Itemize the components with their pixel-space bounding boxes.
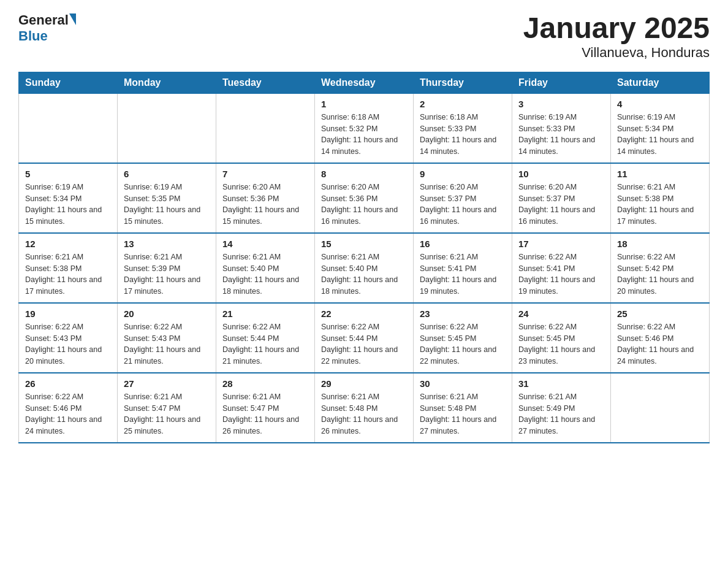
calendar-header: SundayMondayTuesdayWednesdayThursdayFrid… — [19, 72, 710, 93]
day-info: Sunrise: 6:21 AMSunset: 5:38 PMDaylight:… — [617, 182, 703, 228]
page-header: General Blue January 2025 Villanueva, Ho… — [18, 12, 710, 61]
calendar-cell: 28Sunrise: 6:21 AMSunset: 5:47 PMDayligh… — [216, 373, 315, 443]
day-info: Sunrise: 6:22 AMSunset: 5:41 PMDaylight:… — [518, 251, 604, 297]
day-info: Sunrise: 6:21 AMSunset: 5:40 PMDaylight:… — [222, 251, 308, 297]
day-info: Sunrise: 6:19 AMSunset: 5:33 PMDaylight:… — [518, 112, 604, 158]
calendar-week-row: 12Sunrise: 6:21 AMSunset: 5:38 PMDayligh… — [19, 233, 710, 303]
calendar-subtitle: Villanueva, Honduras — [523, 45, 710, 61]
day-info: Sunrise: 6:19 AMSunset: 5:34 PMDaylight:… — [617, 112, 703, 158]
calendar-cell: 27Sunrise: 6:21 AMSunset: 5:47 PMDayligh… — [118, 373, 216, 443]
day-number: 30 — [420, 378, 506, 389]
day-info: Sunrise: 6:22 AMSunset: 5:45 PMDaylight:… — [420, 321, 506, 367]
day-info: Sunrise: 6:22 AMSunset: 5:45 PMDaylight:… — [518, 321, 604, 367]
calendar-cell: 30Sunrise: 6:21 AMSunset: 5:48 PMDayligh… — [414, 373, 512, 443]
day-info: Sunrise: 6:22 AMSunset: 5:46 PMDaylight:… — [617, 321, 703, 367]
day-number: 24 — [518, 308, 604, 319]
calendar-cell: 20Sunrise: 6:22 AMSunset: 5:43 PMDayligh… — [118, 303, 216, 373]
calendar-cell: 13Sunrise: 6:21 AMSunset: 5:39 PMDayligh… — [118, 233, 216, 303]
day-of-week-header: Tuesday — [216, 72, 315, 93]
calendar-cell: 12Sunrise: 6:21 AMSunset: 5:38 PMDayligh… — [19, 233, 118, 303]
calendar-cell: 2Sunrise: 6:18 AMSunset: 5:33 PMDaylight… — [414, 93, 512, 163]
day-info: Sunrise: 6:18 AMSunset: 5:33 PMDaylight:… — [420, 112, 506, 158]
calendar-cell: 22Sunrise: 6:22 AMSunset: 5:44 PMDayligh… — [315, 303, 414, 373]
day-number: 4 — [617, 99, 703, 109]
calendar-cell: 29Sunrise: 6:21 AMSunset: 5:48 PMDayligh… — [315, 373, 414, 443]
day-number: 28 — [222, 378, 308, 389]
day-number: 8 — [321, 169, 407, 179]
calendar-cell: 5Sunrise: 6:19 AMSunset: 5:34 PMDaylight… — [19, 163, 118, 233]
day-number: 15 — [321, 239, 407, 249]
day-info: Sunrise: 6:21 AMSunset: 5:47 PMDaylight:… — [222, 391, 308, 437]
calendar-cell — [118, 93, 216, 163]
calendar-cell: 26Sunrise: 6:22 AMSunset: 5:46 PMDayligh… — [19, 373, 118, 443]
day-number: 31 — [518, 378, 604, 389]
calendar-cell: 4Sunrise: 6:19 AMSunset: 5:34 PMDaylight… — [611, 93, 710, 163]
day-info: Sunrise: 6:21 AMSunset: 5:41 PMDaylight:… — [420, 251, 506, 297]
day-number: 17 — [518, 239, 604, 249]
calendar-cell — [611, 373, 710, 443]
day-number: 16 — [420, 239, 506, 249]
day-number: 20 — [124, 308, 210, 319]
calendar-cell: 19Sunrise: 6:22 AMSunset: 5:43 PMDayligh… — [19, 303, 118, 373]
day-number: 26 — [25, 378, 111, 389]
day-number: 2 — [420, 99, 506, 109]
day-number: 1 — [321, 99, 407, 109]
calendar-week-row: 19Sunrise: 6:22 AMSunset: 5:43 PMDayligh… — [19, 303, 710, 373]
day-info: Sunrise: 6:21 AMSunset: 5:47 PMDaylight:… — [124, 391, 210, 437]
calendar-cell — [19, 93, 118, 163]
day-number: 11 — [617, 169, 703, 179]
calendar-cell: 14Sunrise: 6:21 AMSunset: 5:40 PMDayligh… — [216, 233, 315, 303]
logo: General Blue — [18, 12, 76, 44]
calendar-cell: 7Sunrise: 6:20 AMSunset: 5:36 PMDaylight… — [216, 163, 315, 233]
title-block: January 2025 Villanueva, Honduras — [523, 12, 710, 61]
day-info: Sunrise: 6:19 AMSunset: 5:34 PMDaylight:… — [25, 182, 111, 228]
day-number: 14 — [222, 239, 308, 249]
day-info: Sunrise: 6:18 AMSunset: 5:32 PMDaylight:… — [321, 112, 407, 158]
day-of-week-header: Saturday — [611, 72, 710, 93]
day-number: 19 — [25, 308, 111, 319]
day-info: Sunrise: 6:22 AMSunset: 5:43 PMDaylight:… — [25, 321, 111, 367]
calendar-cell: 23Sunrise: 6:22 AMSunset: 5:45 PMDayligh… — [414, 303, 512, 373]
calendar-cell: 18Sunrise: 6:22 AMSunset: 5:42 PMDayligh… — [611, 233, 710, 303]
day-of-week-header: Sunday — [19, 72, 118, 93]
calendar-cell — [216, 93, 315, 163]
calendar-cell: 21Sunrise: 6:22 AMSunset: 5:44 PMDayligh… — [216, 303, 315, 373]
calendar-cell: 31Sunrise: 6:21 AMSunset: 5:49 PMDayligh… — [512, 373, 611, 443]
day-number: 9 — [420, 169, 506, 179]
calendar-week-row: 5Sunrise: 6:19 AMSunset: 5:34 PMDaylight… — [19, 163, 710, 233]
calendar-title: January 2025 — [523, 12, 710, 45]
calendar-cell: 25Sunrise: 6:22 AMSunset: 5:46 PMDayligh… — [611, 303, 710, 373]
day-info: Sunrise: 6:22 AMSunset: 5:46 PMDaylight:… — [25, 391, 111, 437]
day-of-week-header: Friday — [512, 72, 611, 93]
logo-blue-text: Blue — [18, 28, 48, 44]
day-info: Sunrise: 6:22 AMSunset: 5:44 PMDaylight:… — [222, 321, 308, 367]
day-info: Sunrise: 6:21 AMSunset: 5:48 PMDaylight:… — [321, 391, 407, 437]
calendar-cell: 17Sunrise: 6:22 AMSunset: 5:41 PMDayligh… — [512, 233, 611, 303]
day-number: 7 — [222, 169, 308, 179]
day-number: 12 — [25, 239, 111, 249]
day-number: 5 — [25, 169, 111, 179]
day-of-week-header: Thursday — [414, 72, 512, 93]
day-info: Sunrise: 6:22 AMSunset: 5:42 PMDaylight:… — [617, 251, 703, 297]
calendar-body: 1Sunrise: 6:18 AMSunset: 5:32 PMDaylight… — [19, 93, 710, 443]
calendar-week-row: 26Sunrise: 6:22 AMSunset: 5:46 PMDayligh… — [19, 373, 710, 443]
logo-arrow-icon — [69, 13, 76, 25]
calendar-cell: 24Sunrise: 6:22 AMSunset: 5:45 PMDayligh… — [512, 303, 611, 373]
day-of-week-header: Monday — [118, 72, 216, 93]
calendar-cell: 6Sunrise: 6:19 AMSunset: 5:35 PMDaylight… — [118, 163, 216, 233]
day-number: 6 — [124, 169, 210, 179]
days-of-week-row: SundayMondayTuesdayWednesdayThursdayFrid… — [19, 72, 710, 93]
day-info: Sunrise: 6:19 AMSunset: 5:35 PMDaylight:… — [124, 182, 210, 228]
calendar-cell: 3Sunrise: 6:19 AMSunset: 5:33 PMDaylight… — [512, 93, 611, 163]
day-info: Sunrise: 6:20 AMSunset: 5:36 PMDaylight:… — [321, 182, 407, 228]
calendar-cell: 15Sunrise: 6:21 AMSunset: 5:40 PMDayligh… — [315, 233, 414, 303]
day-number: 21 — [222, 308, 308, 319]
day-info: Sunrise: 6:20 AMSunset: 5:37 PMDaylight:… — [420, 182, 506, 228]
day-info: Sunrise: 6:21 AMSunset: 5:38 PMDaylight:… — [25, 251, 111, 297]
day-info: Sunrise: 6:21 AMSunset: 5:48 PMDaylight:… — [420, 391, 506, 437]
day-of-week-header: Wednesday — [315, 72, 414, 93]
logo-general-text: General — [18, 12, 69, 28]
day-info: Sunrise: 6:21 AMSunset: 5:39 PMDaylight:… — [124, 251, 210, 297]
day-info: Sunrise: 6:21 AMSunset: 5:40 PMDaylight:… — [321, 251, 407, 297]
calendar-cell: 16Sunrise: 6:21 AMSunset: 5:41 PMDayligh… — [414, 233, 512, 303]
